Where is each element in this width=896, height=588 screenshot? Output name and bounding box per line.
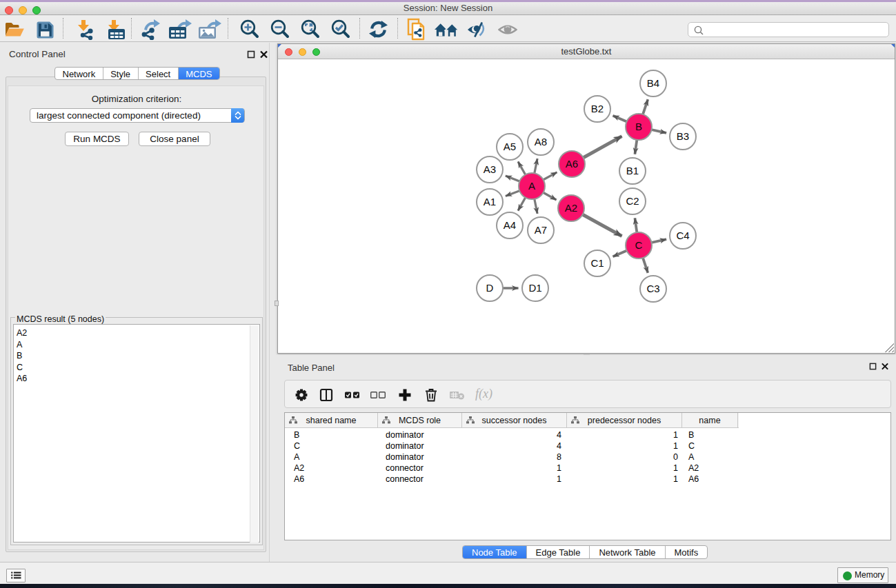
- svg-text:A3: A3: [484, 163, 496, 175]
- svg-text:C: C: [635, 239, 643, 251]
- svg-text:C3: C3: [646, 283, 659, 294]
- svg-text:C4: C4: [676, 230, 689, 241]
- svg-text:C2: C2: [626, 195, 639, 207]
- svg-text:B: B: [635, 121, 642, 132]
- svg-text:A8: A8: [535, 136, 547, 148]
- svg-text:A6: A6: [566, 158, 578, 170]
- svg-text:A2: A2: [565, 202, 577, 214]
- svg-text:C1: C1: [590, 257, 604, 269]
- svg-text:A: A: [528, 180, 535, 192]
- svg-text:D1: D1: [528, 282, 541, 294]
- svg-text:A5: A5: [504, 141, 516, 152]
- svg-text:B3: B3: [677, 130, 689, 142]
- svg-text:A1: A1: [484, 196, 496, 207]
- svg-text:A7: A7: [535, 224, 547, 236]
- svg-text:A4: A4: [504, 219, 516, 231]
- svg-text:B4: B4: [647, 77, 659, 89]
- svg-text:D: D: [486, 282, 494, 294]
- svg-text:B1: B1: [626, 165, 639, 176]
- svg-text:B2: B2: [591, 103, 604, 114]
